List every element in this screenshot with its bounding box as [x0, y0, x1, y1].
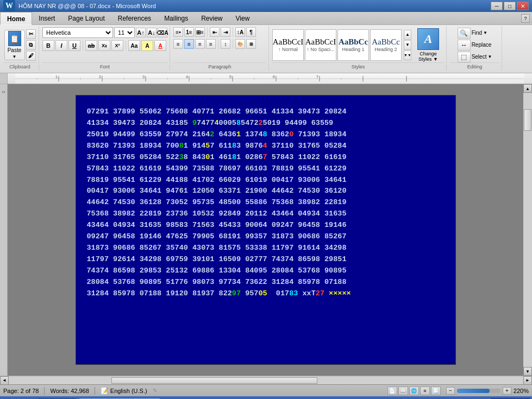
format-painter-button[interactable]: 🖌 — [26, 51, 36, 61]
tab-page-layout[interactable]: Page Layout — [61, 12, 111, 24]
copy-button[interactable]: ⧉ — [26, 40, 36, 50]
font-label: Font — [42, 62, 167, 69]
subscript-button[interactable]: X₂ — [98, 40, 110, 51]
paste-icon: 📋 — [8, 31, 21, 46]
replace-button[interactable]: ↔ Replace — [458, 40, 492, 50]
doc-line-14: 11797 92614 34298 69759 39101 16509 0277… — [87, 254, 445, 265]
strikethrough-button[interactable]: ab — [85, 40, 97, 51]
zoom-out-button[interactable]: − — [446, 387, 455, 395]
main-area: 2 07291 37899 55062 75608 40771 26682 96… — [0, 84, 532, 376]
scroll-up-button[interactable]: ▲ — [523, 84, 532, 93]
bold-button[interactable]: B — [42, 40, 54, 51]
numbering-button[interactable]: 1≡ — [184, 27, 194, 37]
clipboard-content: 📋 Paste ▼ ✂ ⧉ 🖌 — [4, 27, 36, 62]
italic-button[interactable]: I — [55, 40, 67, 51]
tab-view[interactable]: View — [229, 12, 256, 24]
left-margin: 2 — [0, 84, 8, 376]
zoom-area: − + 220% — [446, 387, 529, 395]
decrease-font-button[interactable]: A↓ — [147, 28, 157, 37]
ribbon-help-button[interactable]: ? — [521, 14, 530, 23]
style-heading2[interactable]: AaBbCc Heading 2 — [370, 29, 402, 61]
select-button[interactable]: ⬚ Select ▼ — [458, 52, 492, 62]
gallery-scroll-down[interactable]: ▼ — [404, 40, 411, 50]
svg-text:4: 4 — [186, 74, 189, 79]
cut-button[interactable]: ✂ — [26, 29, 36, 39]
gallery-expand[interactable]: ▼▼ — [404, 50, 411, 60]
multilevel-list-button[interactable]: ⊞≡ — [195, 27, 205, 37]
increase-indent-button[interactable]: ⇥ — [221, 27, 230, 37]
web-layout-button[interactable]: 🌐 — [409, 387, 419, 395]
superscript-button[interactable]: X² — [111, 40, 123, 51]
styles-group: AaBbCcI ↑ Normal AaBbCcI ↑ No Spaci... A… — [270, 26, 447, 71]
scroll-down-button[interactable]: ▼ — [523, 367, 532, 376]
full-reading-button[interactable]: 📖 — [398, 387, 408, 395]
close-button[interactable]: ✕ — [517, 2, 529, 10]
maximize-button[interactable]: □ — [504, 2, 516, 10]
tracked-changes: ✎ — [153, 388, 157, 394]
divider3 — [207, 27, 208, 37]
svg-text:3: 3 — [142, 74, 145, 79]
ruler-track: 1 2 3 4 5 6 7 — [15, 73, 524, 84]
align-center-button[interactable]: ≡ — [184, 39, 194, 49]
replace-label: Replace — [472, 42, 492, 48]
font-name-select[interactable]: Helvetica — [42, 27, 113, 38]
minimize-button[interactable]: ─ — [491, 2, 503, 10]
status-divider-1 — [44, 387, 45, 395]
doc-container[interactable]: 07291 37899 55062 75608 40771 26682 9665… — [8, 84, 523, 376]
divider5 — [218, 39, 218, 49]
style-no-space[interactable]: AaBbCcI ↑ No Spaci... — [305, 29, 336, 61]
doc-line-4: 83620 71393 18934 70081 91457 61183 9876… — [87, 141, 445, 152]
outline-view-button[interactable]: ≡ — [420, 387, 430, 395]
clear-format-button[interactable]: ⌫A — [158, 28, 167, 37]
line-spacing-button[interactable]: ↕ — [221, 39, 230, 49]
style-heading1[interactable]: AaBbCc Heading 1 — [337, 29, 369, 61]
styles-label: Styles — [272, 62, 444, 69]
align-right-button[interactable]: ≡ — [195, 39, 205, 49]
tab-home[interactable]: Home — [0, 12, 32, 25]
draft-view-button[interactable]: 📃 — [431, 387, 441, 395]
doc-line-15: 74374 86598 29853 25132 69886 13304 8409… — [87, 265, 445, 277]
tab-references[interactable]: References — [111, 12, 158, 24]
editing-label: Editing — [450, 62, 499, 69]
underline-button[interactable]: U — [68, 40, 80, 51]
tab-insert[interactable]: Insert — [32, 12, 61, 24]
svg-text:2: 2 — [99, 74, 102, 79]
svg-text:5: 5 — [229, 74, 232, 79]
zoom-slider[interactable] — [457, 389, 500, 393]
increase-font-button[interactable]: A↑ — [136, 28, 146, 37]
tab-review[interactable]: Review — [195, 12, 229, 24]
decrease-indent-button[interactable]: ⇤ — [210, 27, 220, 37]
border-button[interactable]: ⊞ — [246, 39, 256, 49]
justify-button[interactable]: ≡ — [206, 39, 216, 49]
scroll-thumb[interactable] — [524, 109, 531, 131]
font-size-select[interactable]: 11 — [114, 27, 135, 38]
scroll-track[interactable] — [523, 93, 532, 367]
paste-button[interactable]: 📋 Paste ▼ — [4, 30, 25, 60]
scroll-left-button[interactable]: ◄ — [0, 376, 9, 385]
gallery-scroll-up[interactable]: ▲ — [404, 30, 411, 40]
highlight-button[interactable]: A — [141, 40, 153, 51]
align-left-button[interactable]: ≡ — [173, 39, 183, 49]
zoom-in-button[interactable]: + — [503, 387, 511, 395]
doc-line-3: 25019 94499 63559 27974 21642 64361 1374… — [87, 129, 445, 141]
doc-line-7: 78819 95541 61229 44188 41702 66029 6101… — [87, 175, 445, 186]
horizontal-scrollbar: ◄ ► — [0, 376, 532, 384]
h-scroll-thumb[interactable] — [111, 377, 317, 384]
bullets-button[interactable]: ≡• — [173, 27, 183, 37]
style-normal[interactable]: AaBbCcI ↑ Normal — [272, 29, 304, 61]
taskbar: ⊞ Start 📁 HATASA W HÔM NAY NR @@@ 0... 🌐… — [0, 396, 532, 399]
h-scroll-track[interactable] — [9, 377, 523, 384]
tab-mailings[interactable]: Mailings — [158, 12, 195, 24]
select-label: Select — [472, 54, 487, 60]
print-layout-button[interactable]: 📄 — [387, 387, 397, 395]
change-case-button[interactable]: Aa — [128, 40, 140, 51]
sort-button[interactable]: ↕A — [235, 27, 245, 37]
clipboard-group: 📋 Paste ▼ ✂ ⧉ 🖌 Clipboard — [1, 26, 39, 71]
para-row2: ≡ ≡ ≡ ≡ ↕ 🎨 ⊞ — [173, 39, 266, 49]
shading-button[interactable]: 🎨 — [235, 39, 245, 49]
scroll-right-button[interactable]: ► — [523, 376, 532, 385]
change-styles-button[interactable]: A ChangeStyles ▼ — [412, 28, 444, 62]
find-button[interactable]: 🔍 Find ▼ — [458, 28, 492, 39]
show-marks-button[interactable]: ¶ — [246, 27, 256, 37]
font-color-button[interactable]: A — [154, 40, 166, 51]
